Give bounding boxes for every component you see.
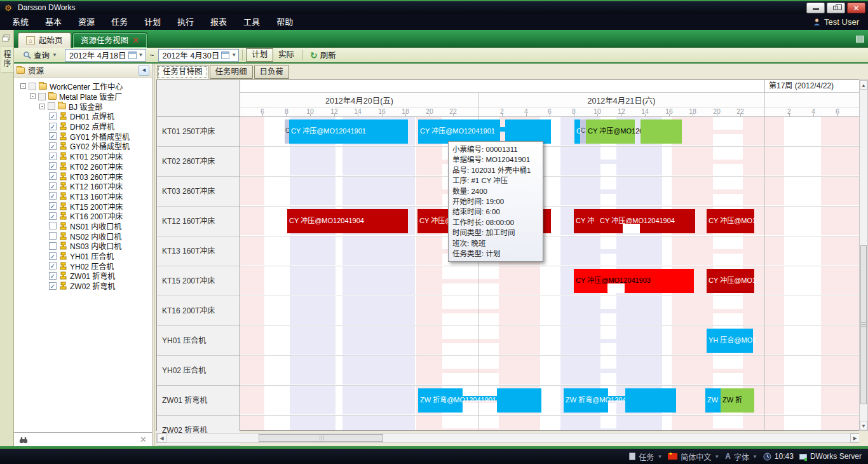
tree-expander-icon[interactable]: -	[39, 104, 45, 109]
date-from-field[interactable]: 2012年 4月18日 ▼	[65, 49, 146, 62]
gantt-task-bar[interactable]: YH 压合@MO1	[707, 329, 753, 353]
tree-expander-icon[interactable]: -	[20, 83, 26, 89]
horizontal-scroll-thumb[interactable]	[259, 434, 383, 442]
gantt-task-bar[interactable]: ZW	[705, 388, 721, 413]
chevron-down-icon[interactable]: ▼	[231, 52, 236, 58]
collapse-sidebar-button[interactable]: ◄	[139, 65, 149, 76]
status-server[interactable]: DWorks Server	[799, 452, 862, 461]
tree-item[interactable]: ✓ZW02 折弯机	[14, 281, 152, 291]
tree-item[interactable]: -Metal Plate 钣金厂	[14, 92, 152, 102]
date-to-field[interactable]: 2012年 4月30日 ▼	[158, 49, 240, 62]
tree-expander-icon[interactable]: -	[30, 93, 36, 99]
gantt-task-bar[interactable]: ZW 折弯@MO12041901	[418, 388, 463, 413]
tree-checkbox[interactable]: ✓	[49, 182, 57, 190]
menu-item-计划[interactable]: 计划	[136, 14, 169, 30]
tab-home[interactable]: ⌂ 起始页	[18, 32, 71, 48]
tree-item[interactable]: ✓ZW01 折弯机	[14, 271, 152, 281]
tree-checkbox[interactable]: ✓	[49, 252, 57, 260]
vertical-scroll-thumb[interactable]	[860, 245, 867, 404]
tree-item[interactable]: ✓KT15 200T冲床	[14, 201, 152, 211]
gantt-task-bar[interactable]: CY 冲压@MO12041901	[418, 119, 500, 144]
menu-item-基本[interactable]: 基本	[37, 14, 70, 30]
tree-checkbox[interactable]: ✓	[49, 282, 57, 290]
tree-checkbox[interactable]: ✓	[49, 272, 57, 280]
gantt-task-bar[interactable]: CY 冲压@MO12041902	[586, 119, 635, 144]
scroll-up-icon[interactable]: ▲	[860, 80, 867, 90]
tree-item[interactable]: ✓KT13 160T冲床	[14, 191, 152, 201]
scroll-down-icon[interactable]: ▼	[860, 421, 867, 430]
restore-button[interactable]	[827, 3, 845, 13]
tab-task-gantt[interactable]: 任务甘特图	[157, 65, 208, 79]
horizontal-scrollbar[interactable]: ◀ ▶	[156, 433, 860, 443]
gantt-task-bar[interactable]	[497, 388, 541, 413]
tab-close-icon[interactable]: ✕	[132, 36, 139, 44]
menu-item-执行[interactable]: 执行	[169, 14, 202, 30]
tree-item[interactable]: ✓KT12 160T冲床	[14, 181, 152, 191]
tab-daily-load[interactable]: 日负荷	[254, 65, 290, 79]
binoculars-icon[interactable]	[19, 436, 28, 444]
menu-item-帮助[interactable]: 帮助	[268, 14, 301, 30]
tree-item[interactable]: ✓KT02 260T冲床	[14, 161, 152, 172]
tree-item[interactable]: ✓YH01 压合机	[14, 251, 152, 261]
status-language-menu[interactable]: 简体中文 ▼	[668, 451, 719, 462]
tree-checkbox[interactable]: ✓	[49, 162, 57, 170]
gantt-task-bar[interactable]: CY 冲	[574, 209, 598, 233]
tree-checkbox[interactable]: ✓	[49, 202, 57, 210]
tree-checkbox[interactable]: ✓	[49, 123, 57, 130]
tree-checkbox[interactable]: ✓	[49, 132, 57, 140]
tree-checkbox[interactable]	[49, 242, 57, 250]
menu-item-系统[interactable]: 系统	[4, 14, 37, 30]
tree-checkbox[interactable]: ✓	[49, 153, 57, 160]
tab-task-detail[interactable]: 任务明细	[210, 65, 253, 79]
menu-item-任务[interactable]: 任务	[103, 14, 136, 30]
tree-checkbox[interactable]: ✓	[49, 212, 57, 220]
menu-item-报表[interactable]: 报表	[202, 14, 235, 30]
tree-item[interactable]: ✓DH02 点焊机	[14, 121, 152, 132]
tree-checkbox[interactable]: ✓	[49, 142, 57, 150]
tree-checkbox[interactable]: ✓	[49, 262, 57, 270]
gantt-task-bar[interactable]: CY 冲压@MO12041901	[289, 119, 408, 144]
close-button[interactable]: ✕	[847, 3, 865, 13]
tree-item[interactable]: ✓KT16 200T冲床	[14, 211, 152, 221]
menu-item-工具[interactable]: 工具	[235, 14, 268, 30]
scroll-left-icon[interactable]: ◀	[157, 433, 166, 442]
gantt-task-bar[interactable]: ZW 折弯@MO12041901	[564, 388, 608, 413]
scroll-right-icon[interactable]: ▶	[850, 433, 860, 442]
gantt-task-bar[interactable]: CY 冲压@MO12041904	[598, 209, 695, 233]
gantt-task-bar[interactable]: CY 冲压@MO1	[707, 269, 754, 293]
chevron-down-icon[interactable]: ▼	[139, 52, 144, 58]
gantt-task-bar[interactable]: ZW 折	[721, 388, 754, 413]
tree-checkbox[interactable]: ✓	[49, 192, 57, 200]
plan-toggle-button[interactable]: 计划	[246, 48, 273, 62]
tree-checkbox[interactable]	[48, 102, 55, 110]
tree-checkbox[interactable]: ✓	[49, 113, 57, 120]
tree-item[interactable]: NS03 内收口机	[14, 241, 152, 251]
status-task-menu[interactable]: 任务 ▼	[629, 451, 662, 462]
tree-item[interactable]: -BJ 钣金部	[14, 101, 152, 111]
tree-item[interactable]: NS01 内收口机	[14, 221, 152, 231]
menu-item-资源[interactable]: 资源	[70, 14, 103, 30]
tree-item[interactable]: ✓KT01 250T冲床	[14, 151, 152, 161]
gantt-task-bar[interactable]: CY 冲压@MO12041904	[287, 209, 408, 233]
tree-checkbox[interactable]	[38, 93, 46, 100]
tree-checkbox[interactable]: ✓	[49, 172, 57, 180]
tree-checkbox[interactable]	[29, 83, 36, 90]
tree-item[interactable]: ✓YH02 压合机	[14, 261, 152, 271]
tree-item[interactable]: ✓KT03 260T冲床	[14, 171, 152, 181]
clear-filter-icon[interactable]: ✕	[140, 435, 147, 444]
actual-toggle-button[interactable]: 实际	[273, 48, 299, 62]
user-menu[interactable]: Test User	[813, 14, 859, 30]
tree-item[interactable]: ✓DH01 点焊机	[14, 111, 152, 121]
tree-checkbox[interactable]	[49, 222, 57, 229]
gantt-task-bar[interactable]: CY 冲压@MO1	[707, 209, 754, 233]
gantt-task-bar[interactable]	[505, 119, 551, 144]
tree-item[interactable]: -WorkCenter 工作中心	[14, 81, 152, 92]
query-button[interactable]: 查询 ▼	[19, 48, 61, 62]
gantt-task-bar[interactable]	[641, 119, 682, 144]
gantt-task-bar[interactable]: C	[574, 119, 580, 144]
refresh-button[interactable]: ↻ 刷新	[306, 48, 340, 62]
status-font-menu[interactable]: A 字体 ▼	[725, 451, 757, 462]
tree-item[interactable]: ✓GY02 外桶成型机	[14, 141, 152, 151]
tree-item[interactable]: ✓GY01 外桶成型机	[14, 131, 152, 141]
gantt-task-bar[interactable]	[625, 388, 676, 413]
